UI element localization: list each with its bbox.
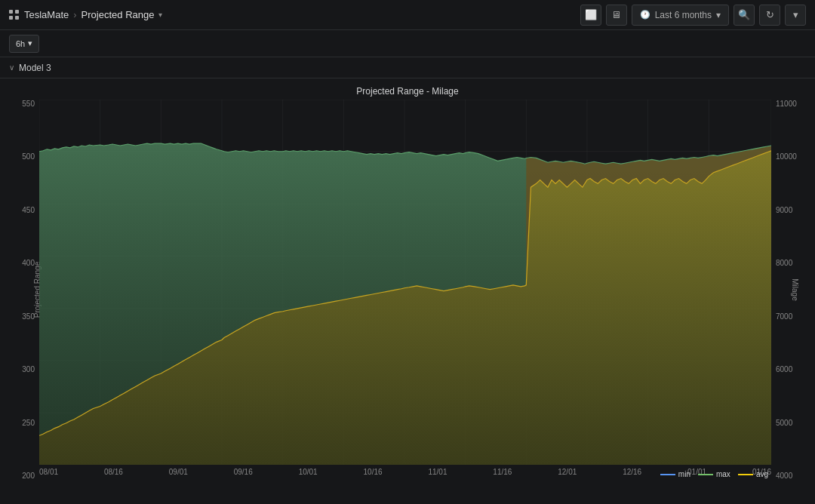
legend-max: max <box>698 470 730 478</box>
section-label: Model 3 <box>19 63 51 73</box>
legend-min-label: min <box>678 470 690 478</box>
interval-label: 6h <box>16 39 25 48</box>
section-chevron: ∨ <box>9 63 14 72</box>
top-bar: TeslaMate › Projected Range ▾ ⬜ 🖥 🕐 Last… <box>0 0 815 30</box>
breadcrumb: TeslaMate › Projected Range ▾ <box>9 9 162 20</box>
time-range-arrow: ▾ <box>716 10 721 20</box>
interval-selector[interactable]: 6h ▾ <box>9 35 39 53</box>
legend-avg-color <box>738 474 753 475</box>
legend-min-color <box>660 474 675 475</box>
app-name: TeslaMate <box>24 9 69 20</box>
page-title: Projected Range <box>82 9 155 20</box>
display-icon-btn[interactable]: 🖥 <box>606 5 627 26</box>
interval-arrow: ▾ <box>28 38 32 48</box>
time-range-label: Last 6 months <box>655 10 712 20</box>
monitor-icon-btn[interactable]: ⬜ <box>580 5 601 26</box>
time-range-button[interactable]: 🕐 Last 6 months ▾ <box>632 5 729 26</box>
y-right-label: Milage <box>791 278 799 300</box>
breadcrumb-sep: › <box>73 9 76 20</box>
legend-min: min <box>660 470 690 478</box>
main-chart <box>39 100 771 465</box>
app-icon <box>9 10 20 20</box>
legend-avg: avg <box>738 470 768 478</box>
search-button[interactable]: 🔍 <box>734 5 755 26</box>
chart-title: Projected Range - Milage <box>8 86 807 97</box>
chart-container: Projected Range - Milage 200 250 300 350… <box>0 78 815 504</box>
legend-max-label: max <box>716 470 730 478</box>
chart-legend: min max avg <box>660 470 768 478</box>
y-axis-right: 4000 5000 6000 7000 8000 9000 10000 1100… <box>771 100 807 480</box>
page-title-dropdown[interactable]: ▾ <box>158 11 162 19</box>
chart-area: 200 250 300 350 400 450 500 550 4000 500… <box>8 100 807 480</box>
toolbar: 6h ▾ <box>0 30 815 57</box>
section-header[interactable]: ∨ Model 3 <box>0 57 815 78</box>
legend-max-color <box>698 474 713 475</box>
top-bar-actions: ⬜ 🖥 🕐 Last 6 months ▾ 🔍 ↻ ▾ <box>580 5 806 26</box>
more-options-button[interactable]: ▾ <box>785 5 806 26</box>
legend-avg-label: avg <box>756 470 768 478</box>
refresh-button[interactable]: ↻ <box>759 5 780 26</box>
